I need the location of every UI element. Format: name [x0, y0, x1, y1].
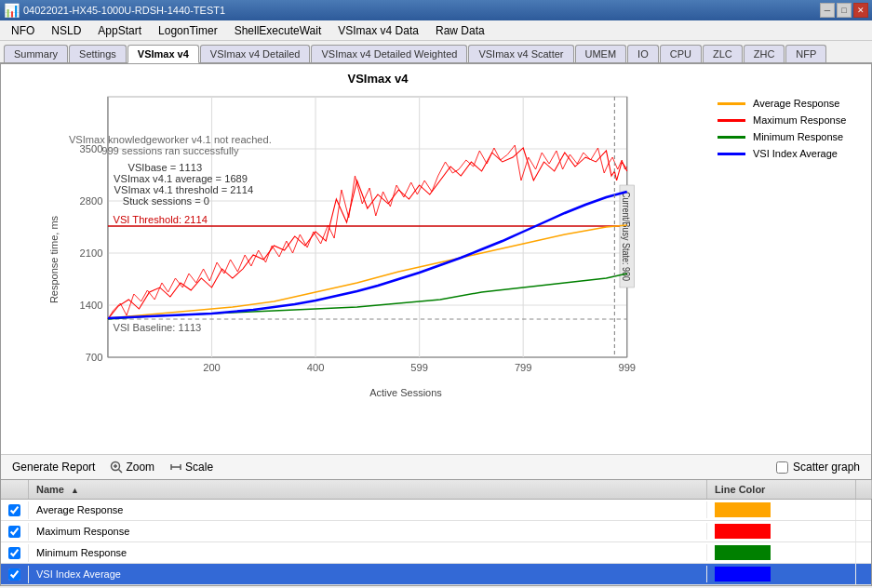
title-bar: 📊 04022021-HX45-1000U-RDSH-1440-TEST1 ─ …	[0, 0, 872, 20]
zoom-icon	[110, 461, 123, 474]
scatter-graph-label: Scatter graph	[776, 461, 860, 474]
svg-text:2800: 2800	[80, 196, 103, 207]
svg-text:VSI Baseline: 1113: VSI Baseline: 1113	[114, 323, 202, 333]
legend-color-average	[718, 102, 745, 105]
legend-color-maximum	[718, 119, 745, 122]
table-row: Average Response	[1, 500, 871, 521]
row-name-1: Maximum Response	[29, 523, 707, 540]
row-color-3	[707, 564, 856, 584]
zoom-control[interactable]: Zoom	[110, 461, 154, 474]
col-header-color: Line Color	[707, 480, 856, 499]
tab-vsimax-v4-detailed-weighted[interactable]: VSImax v4 Detailed Weighted	[311, 45, 467, 62]
chart-title: VSImax v4	[347, 72, 408, 86]
scale-icon	[169, 461, 182, 474]
tab-io[interactable]: IO	[627, 45, 659, 62]
tab-umem[interactable]: UMEM	[575, 45, 627, 62]
row-check-2[interactable]	[1, 544, 29, 562]
scale-label: Scale	[185, 461, 213, 474]
legend-item-minimum: Minimum Response	[718, 131, 856, 142]
row-color-0	[707, 500, 856, 520]
table-row: Minimum Response	[1, 542, 871, 564]
generate-report-button[interactable]: Generate Report	[12, 461, 95, 474]
menu-logontimer[interactable]: LogonTimer	[151, 22, 225, 39]
zoom-label: Zoom	[126, 461, 154, 474]
tab-vsimax-v4[interactable]: VSImax v4	[127, 45, 199, 63]
main-content: Response time, ms VSImax v4	[0, 63, 872, 586]
chart-svg: 700 1400 2100 2800 3500 200 400 599 799 …	[46, 87, 710, 394]
toolbar: Generate Report Zoom Scale Scatter graph	[1, 454, 871, 479]
svg-text:999 sessions ran successfully: 999 sessions ran successfully	[101, 146, 239, 156]
row-name-3: VSI Index Average	[29, 566, 707, 582]
maximize-button[interactable]: □	[837, 3, 852, 18]
tab-zhc[interactable]: ZHC	[744, 45, 785, 62]
svg-text:1400: 1400	[80, 301, 103, 311]
svg-text:799: 799	[515, 363, 532, 373]
x-axis-label: Active Sessions	[369, 387, 442, 398]
tab-nfp[interactable]: NFP	[785, 45, 826, 62]
window-title: 04022021-HX45-1000U-RDSH-1440-TEST1	[23, 5, 225, 16]
table-row-selected[interactable]: VSI Index Average	[1, 564, 871, 585]
app-icon: 📊	[4, 3, 20, 18]
legend-item-average: Average Response	[718, 98, 856, 109]
menu-shellexecutewait[interactable]: ShellExecuteWait	[227, 22, 329, 39]
menu-appstart[interactable]: AppStart	[90, 22, 149, 39]
row-name-2: Minimum Response	[29, 544, 707, 561]
menu-bar: NFO NSLD AppStart LogonTimer ShellExecut…	[0, 20, 872, 41]
tab-zlc[interactable]: ZLC	[703, 45, 743, 62]
table-header: Name ▲ Line Color	[1, 480, 871, 500]
close-button[interactable]: ✕	[853, 3, 868, 18]
row-extra-1	[856, 528, 871, 534]
row-check-3[interactable]	[1, 566, 29, 583]
svg-line-37	[119, 470, 123, 474]
scale-control[interactable]: Scale	[169, 461, 213, 474]
col-header-extra	[856, 480, 872, 499]
svg-text:VSImax v4.1 average = 1689: VSImax v4.1 average = 1689	[114, 174, 248, 184]
legend-color-vsi-index	[718, 153, 745, 155]
tab-cpu[interactable]: CPU	[660, 45, 702, 62]
menu-raw-data[interactable]: Raw Data	[428, 22, 492, 39]
legend-label-minimum: Minimum Response	[753, 131, 843, 142]
svg-text:3500: 3500	[80, 144, 103, 154]
svg-text:VSImax knowledgeworker v4.1 no: VSImax knowledgeworker v4.1 not reached.	[69, 135, 272, 145]
svg-text:VSI Threshold: 2114: VSI Threshold: 2114	[114, 215, 208, 225]
svg-text:400: 400	[307, 363, 325, 373]
chart-area: Response time, ms VSImax v4	[1, 64, 871, 454]
data-table: Name ▲ Line Color Average Response Maxim…	[1, 479, 871, 585]
row-color-2	[707, 542, 856, 563]
row-name-0: Average Response	[29, 501, 707, 518]
minimize-button[interactable]: ─	[820, 3, 835, 18]
tab-bar: Summary Settings VSImax v4 VSImax v4 Det…	[0, 41, 872, 63]
svg-text:Stuck sessions = 0: Stuck sessions = 0	[123, 196, 209, 207]
legend-color-minimum	[718, 136, 745, 139]
tab-vsimax-v4-scatter[interactable]: VSImax v4 Scatter	[468, 45, 573, 62]
row-check-1[interactable]	[1, 523, 29, 541]
col-header-check	[1, 480, 29, 499]
svg-text:VSIbase = 1113: VSIbase = 1113	[128, 163, 203, 173]
tab-summary[interactable]: Summary	[4, 45, 68, 62]
menu-vsimax-data[interactable]: VSImax v4 Data	[330, 22, 426, 39]
svg-text:2100: 2100	[80, 248, 103, 259]
legend-item-vsi-index: VSI Index Average	[718, 148, 856, 159]
row-extra-2	[856, 550, 871, 555]
menu-nfo[interactable]: NFO	[4, 22, 42, 39]
legend-label-average: Average Response	[753, 98, 839, 109]
legend-label-vsi-index: VSI Index Average	[753, 148, 838, 159]
legend: Average Response Maximum Response Minimu…	[710, 90, 864, 447]
tab-vsimax-v4-detailed[interactable]: VSImax v4 Detailed	[200, 45, 311, 62]
svg-text:Current/Busy State: 980: Current/Busy State: 980	[621, 192, 632, 281]
svg-text:700: 700	[86, 353, 103, 363]
row-check-0[interactable]	[1, 501, 29, 519]
scatter-graph-checkbox[interactable]	[776, 461, 788, 474]
window-controls: ─ □ ✕	[820, 3, 868, 18]
scatter-graph-text: Scatter graph	[793, 461, 860, 474]
table-rows: Average Response Maximum Response Minimu…	[1, 500, 871, 585]
row-color-1	[707, 521, 856, 541]
col-header-name[interactable]: Name ▲	[29, 480, 707, 499]
tab-settings[interactable]: Settings	[69, 45, 127, 62]
svg-text:VSImax v4.1 threshold = 2114: VSImax v4.1 threshold = 2114	[114, 185, 254, 195]
row-extra-0	[856, 507, 871, 513]
menu-nsld[interactable]: NSLD	[44, 22, 88, 39]
svg-text:599: 599	[410, 363, 428, 373]
table-row: Maximum Response	[1, 521, 871, 542]
legend-item-maximum: Maximum Response	[718, 114, 856, 126]
